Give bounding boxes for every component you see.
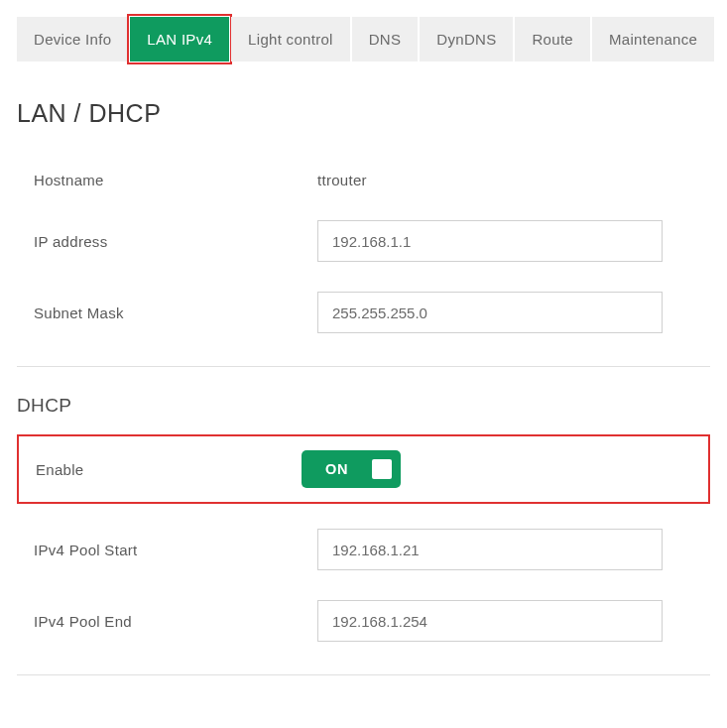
ip-address-input[interactable] xyxy=(317,220,663,262)
tab-bar: Device Info LAN IPv4 Light control DNS D… xyxy=(0,0,727,61)
dhcp-pool-section: IPv4 Pool Start IPv4 Pool End xyxy=(0,514,727,657)
pool-end-input[interactable] xyxy=(317,600,663,642)
divider xyxy=(17,674,710,675)
tab-route[interactable]: Route xyxy=(515,17,590,61)
tab-lan-ipv4[interactable]: LAN IPv4 xyxy=(130,17,229,61)
hostname-value: ttrouter xyxy=(317,172,367,188)
tab-device-info[interactable]: Device Info xyxy=(17,17,128,61)
toggle-knob xyxy=(372,459,392,479)
ip-address-row: IP address xyxy=(17,205,710,277)
dhcp-enable-row: Enable ON xyxy=(17,434,710,504)
tab-dns[interactable]: DNS xyxy=(352,17,419,61)
page-title: LAN / DHCP xyxy=(0,61,727,154)
hostname-row: Hostname ttrouter xyxy=(17,154,710,205)
tab-dyndns[interactable]: DynDNS xyxy=(420,17,513,61)
subnet-mask-label: Subnet Mask xyxy=(34,304,317,321)
subnet-mask-row: Subnet Mask xyxy=(17,277,710,348)
pool-end-label: IPv4 Pool End xyxy=(34,613,317,630)
dhcp-enable-label: Enable xyxy=(36,461,302,478)
pool-end-row: IPv4 Pool End xyxy=(17,585,710,657)
lan-section: Hostname ttrouter IP address Subnet Mask xyxy=(0,154,727,348)
subnet-mask-input[interactable] xyxy=(317,292,663,333)
dhcp-section-title: DHCP xyxy=(0,385,727,434)
tab-light-control[interactable]: Light control xyxy=(231,17,350,61)
divider xyxy=(17,366,710,367)
hostname-label: Hostname xyxy=(34,172,317,188)
toggle-state-label: ON xyxy=(325,461,348,477)
ip-address-label: IP address xyxy=(34,233,317,250)
pool-start-row: IPv4 Pool Start xyxy=(17,514,710,585)
dhcp-enable-toggle[interactable]: ON xyxy=(302,450,401,488)
pool-start-label: IPv4 Pool Start xyxy=(34,542,317,558)
tab-maintenance[interactable]: Maintenance xyxy=(592,17,714,61)
pool-start-input[interactable] xyxy=(317,529,663,570)
